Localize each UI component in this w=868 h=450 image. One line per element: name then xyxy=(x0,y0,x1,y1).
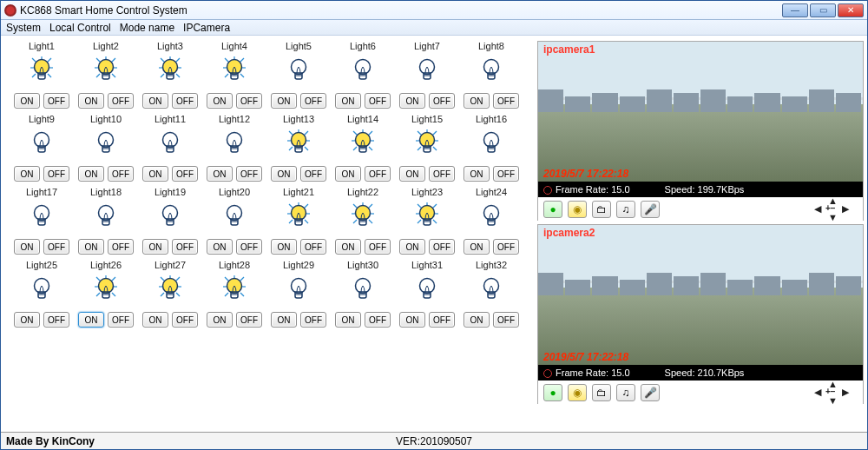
light-32-on-button[interactable]: ON xyxy=(464,312,490,328)
menu-local-control[interactable]: Local Control xyxy=(49,22,111,34)
light-10-on-button[interactable]: ON xyxy=(78,166,104,182)
light-19-on-button[interactable]: ON xyxy=(142,239,168,255)
light-17-on-button[interactable]: ON xyxy=(14,239,40,255)
light-23-off-button[interactable]: OFF xyxy=(429,239,455,255)
light-11-on-button[interactable]: ON xyxy=(142,166,168,182)
light-8-off-button[interactable]: OFF xyxy=(493,93,519,109)
record-button[interactable]: ● xyxy=(543,201,562,218)
light-12-on-button[interactable]: ON xyxy=(207,166,233,182)
maximize-button[interactable]: ▭ xyxy=(810,3,836,17)
light-5-off-button[interactable]: OFF xyxy=(300,93,326,109)
light-13-off-button[interactable]: OFF xyxy=(300,166,326,182)
light-18-on-button[interactable]: ON xyxy=(78,239,104,255)
light-30-off-button[interactable]: OFF xyxy=(365,312,391,328)
ptz-down-icon[interactable]: ▼ xyxy=(828,213,838,222)
camera-feed[interactable]: ipcamera1 2019/5/7 17:22:18 xyxy=(538,42,863,182)
light-cell-14: Light14 ON OFF xyxy=(331,114,395,182)
light-4-on-button[interactable]: ON xyxy=(207,93,233,109)
camera-feed[interactable]: ipcamera2 2019/5/7 17:22:18 xyxy=(538,225,863,365)
audio-button[interactable]: ♫ xyxy=(616,384,635,401)
version-label: VER:201090507 xyxy=(396,435,472,447)
light-24-off-button[interactable]: OFF xyxy=(493,239,519,255)
light-15-on-button[interactable]: ON xyxy=(399,166,425,182)
light-8-on-button[interactable]: ON xyxy=(464,93,490,109)
light-32-off-button[interactable]: OFF xyxy=(493,312,519,328)
light-15-off-button[interactable]: OFF xyxy=(429,166,455,182)
light-label: Light10 xyxy=(90,114,122,124)
light-cell-25: Light25 ON OFF xyxy=(10,260,74,328)
light-9-on-button[interactable]: ON xyxy=(14,166,40,182)
ptz-control[interactable]: ▲ ▼ ◀ ▶ +− xyxy=(806,381,858,404)
light-1-off-button[interactable]: OFF xyxy=(43,93,69,109)
snapshot-button[interactable]: ◉ xyxy=(568,201,587,218)
light-9-off-button[interactable]: OFF xyxy=(43,166,69,182)
light-16-on-button[interactable]: ON xyxy=(464,166,490,182)
minimize-button[interactable]: — xyxy=(782,3,808,17)
light-2-off-button[interactable]: OFF xyxy=(108,93,134,109)
light-3-on-button[interactable]: ON xyxy=(142,93,168,109)
close-button[interactable]: ✕ xyxy=(838,3,864,17)
light-20-on-button[interactable]: ON xyxy=(207,239,233,255)
light-22-on-button[interactable]: ON xyxy=(335,239,361,255)
ptz-right-icon[interactable]: ▶ xyxy=(842,204,849,214)
audio-button[interactable]: ♫ xyxy=(616,201,635,218)
light-7-off-button[interactable]: OFF xyxy=(429,93,455,109)
folder-button[interactable]: 🗀 xyxy=(592,384,611,401)
light-14-off-button[interactable]: OFF xyxy=(365,166,391,182)
light-27-off-button[interactable]: OFF xyxy=(172,312,198,328)
light-1-on-button[interactable]: ON xyxy=(14,93,40,109)
record-button[interactable]: ● xyxy=(543,384,562,401)
ptz-left-icon[interactable]: ◀ xyxy=(814,387,821,397)
bulb-icon xyxy=(157,201,183,230)
light-16-off-button[interactable]: OFF xyxy=(493,166,519,182)
light-13-on-button[interactable]: ON xyxy=(271,166,297,182)
light-24-on-button[interactable]: ON xyxy=(464,239,490,255)
light-27-on-button[interactable]: ON xyxy=(142,312,168,328)
light-11-off-button[interactable]: OFF xyxy=(172,166,198,182)
light-25-off-button[interactable]: OFF xyxy=(43,312,69,328)
light-7-on-button[interactable]: ON xyxy=(399,93,425,109)
light-3-off-button[interactable]: OFF xyxy=(172,93,198,109)
light-30-on-button[interactable]: ON xyxy=(335,312,361,328)
light-19-off-button[interactable]: OFF xyxy=(172,239,198,255)
mic-button[interactable]: 🎤 xyxy=(641,201,660,218)
ptz-left-icon[interactable]: ◀ xyxy=(814,204,821,214)
snapshot-button[interactable]: ◉ xyxy=(568,384,587,401)
mic-button[interactable]: 🎤 xyxy=(641,384,660,401)
light-31-on-button[interactable]: ON xyxy=(399,312,425,328)
menu-system[interactable]: System xyxy=(6,22,41,34)
light-4-off-button[interactable]: OFF xyxy=(236,93,262,109)
light-21-off-button[interactable]: OFF xyxy=(300,239,326,255)
light-2-on-button[interactable]: ON xyxy=(78,93,104,109)
light-21-on-button[interactable]: ON xyxy=(271,239,297,255)
light-26-off-button[interactable]: OFF xyxy=(108,312,134,328)
ptz-down-icon[interactable]: ▼ xyxy=(828,396,838,406)
light-25-on-button[interactable]: ON xyxy=(14,312,40,328)
light-18-off-button[interactable]: OFF xyxy=(108,239,134,255)
light-29-off-button[interactable]: OFF xyxy=(300,312,326,328)
light-20-off-button[interactable]: OFF xyxy=(236,239,262,255)
light-26-on-button[interactable]: ON xyxy=(78,312,104,328)
light-29-on-button[interactable]: ON xyxy=(271,312,297,328)
light-6-off-button[interactable]: OFF xyxy=(365,93,391,109)
light-28-off-button[interactable]: OFF xyxy=(236,312,262,328)
menu-ipcamera[interactable]: IPCamera xyxy=(183,22,230,34)
light-6-on-button[interactable]: ON xyxy=(335,93,361,109)
light-17-off-button[interactable]: OFF xyxy=(43,239,69,255)
light-22-off-button[interactable]: OFF xyxy=(365,239,391,255)
ptz-control[interactable]: ▲ ▼ ◀ ▶ +− xyxy=(806,198,858,221)
light-12-off-button[interactable]: OFF xyxy=(236,166,262,182)
folder-button[interactable]: 🗀 xyxy=(592,201,611,218)
ptz-zoom-icon[interactable]: +− xyxy=(825,204,836,213)
window-buttons: — ▭ ✕ xyxy=(782,3,864,17)
light-14-on-button[interactable]: ON xyxy=(335,166,361,182)
light-31-off-button[interactable]: OFF xyxy=(429,312,455,328)
light-5-on-button[interactable]: ON xyxy=(271,93,297,109)
light-23-on-button[interactable]: ON xyxy=(399,239,425,255)
ptz-right-icon[interactable]: ▶ xyxy=(842,387,849,397)
light-10-off-button[interactable]: OFF xyxy=(108,166,134,182)
light-28-on-button[interactable]: ON xyxy=(207,312,233,328)
menu-mode-name[interactable]: Mode name xyxy=(120,22,174,34)
svg-line-27 xyxy=(225,58,228,62)
ptz-zoom-icon[interactable]: +− xyxy=(825,387,836,396)
